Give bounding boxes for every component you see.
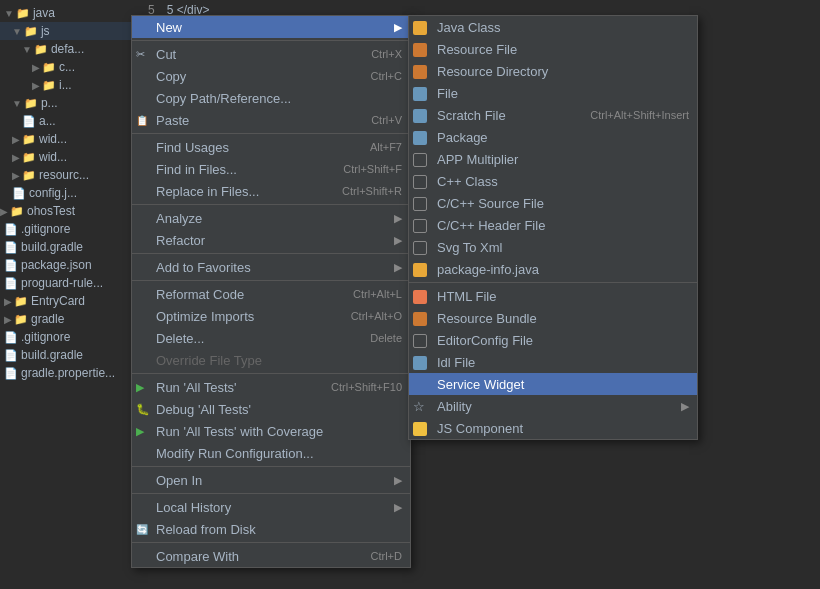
java-class-icon xyxy=(413,19,427,35)
submenu-item-file[interactable]: File xyxy=(409,82,697,104)
submenu-item-editorconfig[interactable]: EditorConfig File xyxy=(409,329,697,351)
menu-item-refactor[interactable]: Refactor ▶ xyxy=(132,229,410,251)
resource-dir-icon xyxy=(413,63,427,79)
submenu-item-service-widget[interactable]: Service Widget xyxy=(409,373,697,395)
menu-item-paste[interactable]: 📋 Paste Ctrl+V xyxy=(132,109,410,131)
menu-item-find-in-files[interactable]: Find in Files... Ctrl+Shift+F xyxy=(132,158,410,180)
submenu-item-package-info[interactable]: package-info.java xyxy=(409,258,697,280)
folder-icon: 📁 xyxy=(16,7,30,20)
submenu-item-cpp-class[interactable]: C++ Class xyxy=(409,170,697,192)
menu-item-find-usages[interactable]: Find Usages Alt+F7 xyxy=(132,136,410,158)
menu-item-new[interactable]: New ▶ xyxy=(132,16,410,38)
expand-arrow: ▶ xyxy=(12,152,20,163)
coverage-icon: ▶ xyxy=(136,425,144,438)
submenu-item-package[interactable]: Package xyxy=(409,126,697,148)
menu-item-optimize-imports[interactable]: Optimize Imports Ctrl+Alt+O xyxy=(132,305,410,327)
tree-item-gradle[interactable]: ▶ 📁 gradle xyxy=(0,310,140,328)
shortcut: Ctrl+V xyxy=(355,114,402,126)
menu-item-cut[interactable]: ✂ Cut Ctrl+X xyxy=(132,43,410,65)
tree-item-packagejson[interactable]: 📄 package.json xyxy=(0,256,140,274)
tree-item-java[interactable]: ▼ 📁 java xyxy=(0,4,140,22)
shortcut: Ctrl+Alt+O xyxy=(335,310,402,322)
tree-item-defa[interactable]: ▼ 📁 defa... xyxy=(0,40,140,58)
menu-item-reformat-code[interactable]: Reformat Code Ctrl+Alt+L xyxy=(132,283,410,305)
menu-item-analyze[interactable]: Analyze ▶ xyxy=(132,207,410,229)
tree-label: wid... xyxy=(39,132,67,146)
submenu-item-svg-to-xml[interactable]: Svg To Xml xyxy=(409,236,697,258)
file-icon: 📄 xyxy=(4,223,18,236)
separator xyxy=(132,133,410,134)
menu-item-delete[interactable]: Delete... Delete xyxy=(132,327,410,349)
menu-label: Modify Run Configuration... xyxy=(156,446,314,461)
submenu-item-ability[interactable]: ☆ Ability ▶ xyxy=(409,395,697,417)
tree-item-config[interactable]: 📄 config.j... xyxy=(0,184,140,202)
app-icon xyxy=(413,151,427,167)
tree-item-a[interactable]: 📄 a... xyxy=(0,112,140,130)
tree-item-buildgradle2[interactable]: 📄 build.gradle xyxy=(0,346,140,364)
submenu-item-cpp-header[interactable]: C/C++ Header File xyxy=(409,214,697,236)
menu-item-run-tests[interactable]: ▶ Run 'All Tests' Ctrl+Shift+F10 xyxy=(132,376,410,398)
menu-label: New xyxy=(156,20,182,35)
menu-label: Run 'All Tests' with Coverage xyxy=(156,424,323,439)
tree-label: build.gradle xyxy=(21,240,83,254)
submenu-arrow: ▶ xyxy=(681,400,689,413)
tree-item-js[interactable]: ▼ 📁 js xyxy=(0,22,140,40)
shortcut: Ctrl+C xyxy=(355,70,402,82)
tree-label: p... xyxy=(41,96,58,110)
tree-label: wid... xyxy=(39,150,67,164)
submenu-item-idl-file[interactable]: Idl File xyxy=(409,351,697,373)
menu-label: Reformat Code xyxy=(156,287,244,302)
submenu-label: C/C++ Header File xyxy=(437,218,545,233)
tree-item-wid1[interactable]: ▶ 📁 wid... xyxy=(0,130,140,148)
submenu-item-java-class[interactable]: Java Class xyxy=(409,16,697,38)
submenu-item-resource-directory[interactable]: Resource Directory xyxy=(409,60,697,82)
tree-item-gitignore1[interactable]: 📄 .gitignore xyxy=(0,220,140,238)
submenu-label: EditorConfig File xyxy=(437,333,533,348)
menu-item-add-to-favorites[interactable]: Add to Favorites ▶ xyxy=(132,256,410,278)
tree-item-resource[interactable]: ▶ 📁 resourc... xyxy=(0,166,140,184)
menu-item-copy-path[interactable]: Copy Path/Reference... xyxy=(132,87,410,109)
menu-item-reload-from-disk[interactable]: 🔄 Reload from Disk xyxy=(132,518,410,540)
file-icon: 📄 xyxy=(22,115,36,128)
tree-item-ohos[interactable]: ▶ 📁 ohosTest xyxy=(0,202,140,220)
submenu-label: Resource Directory xyxy=(437,64,548,79)
tree-item-gitignore2[interactable]: 📄 .gitignore xyxy=(0,328,140,346)
menu-item-copy[interactable]: Copy Ctrl+C xyxy=(132,65,410,87)
tree-label: EntryCard xyxy=(31,294,85,308)
menu-item-open-in[interactable]: Open In ▶ xyxy=(132,469,410,491)
menu-item-run-coverage[interactable]: ▶ Run 'All Tests' with Coverage xyxy=(132,420,410,442)
html-icon xyxy=(413,288,427,304)
tree-item-i[interactable]: ▶ 📁 i... xyxy=(0,76,140,94)
submenu-item-resource-file[interactable]: Resource File xyxy=(409,38,697,60)
svg-icon xyxy=(413,239,427,255)
tree-item-entrycard[interactable]: ▶ 📁 EntryCard xyxy=(0,292,140,310)
menu-item-compare-with[interactable]: Compare With Ctrl+D xyxy=(132,545,410,567)
idl-icon xyxy=(413,354,427,370)
tree-item-wid2[interactable]: ▶ 📁 wid... xyxy=(0,148,140,166)
menu-label: Copy xyxy=(156,69,186,84)
tree-item-buildgradle1[interactable]: 📄 build.gradle xyxy=(0,238,140,256)
tree-item-p[interactable]: ▼ 📁 p... xyxy=(0,94,140,112)
separator xyxy=(132,280,410,281)
tree-item-c[interactable]: ▶ 📁 c... xyxy=(0,58,140,76)
submenu-item-cpp-source[interactable]: C/C++ Source File xyxy=(409,192,697,214)
menu-label: Refactor xyxy=(156,233,205,248)
menu-item-debug-tests[interactable]: 🐛 Debug 'All Tests' xyxy=(132,398,410,420)
tree-item-gradleprop[interactable]: 📄 gradle.propertie... xyxy=(0,364,140,382)
file-icon: 📄 xyxy=(4,277,18,290)
separator xyxy=(409,282,697,283)
expand-arrow: ▶ xyxy=(32,62,40,73)
menu-label: Debug 'All Tests' xyxy=(156,402,251,417)
tree-item-proguard[interactable]: 📄 proguard-rule... xyxy=(0,274,140,292)
expand-arrow: ▶ xyxy=(32,80,40,91)
menu-item-replace-in-files[interactable]: Replace in Files... Ctrl+Shift+R xyxy=(132,180,410,202)
context-menu: New ▶ ✂ Cut Ctrl+X Copy Ctrl+C Copy Path… xyxy=(131,15,411,568)
submenu-item-app-multiplier[interactable]: APP Multiplier xyxy=(409,148,697,170)
submenu-item-resource-bundle[interactable]: Resource Bundle xyxy=(409,307,697,329)
menu-item-local-history[interactable]: Local History ▶ xyxy=(132,496,410,518)
menu-item-modify-run[interactable]: Modify Run Configuration... xyxy=(132,442,410,464)
submenu-item-html-file[interactable]: HTML File xyxy=(409,285,697,307)
file-icon: 📄 xyxy=(4,367,18,380)
submenu-item-scratch-file[interactable]: Scratch File Ctrl+Alt+Shift+Insert xyxy=(409,104,697,126)
submenu-item-js-component[interactable]: JS Component xyxy=(409,417,697,439)
